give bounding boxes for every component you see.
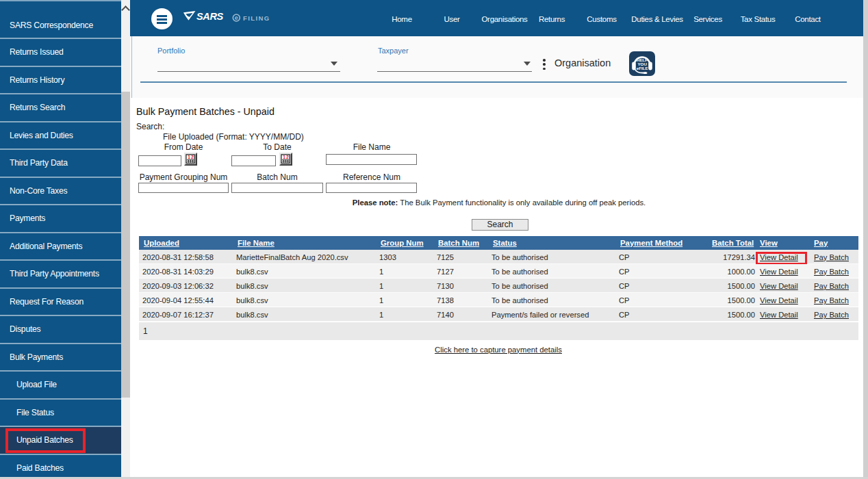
svg-text:e: e xyxy=(235,14,238,21)
svg-text:FILING: FILING xyxy=(243,14,270,22)
svg-text:2: 2 xyxy=(191,155,194,159)
svg-text:1: 1 xyxy=(283,155,285,159)
svg-text:2: 2 xyxy=(286,155,289,159)
svg-text:1: 1 xyxy=(188,155,190,159)
svg-text:eFILE: eFILE xyxy=(637,66,648,70)
svg-text:SARS: SARS xyxy=(196,11,224,22)
